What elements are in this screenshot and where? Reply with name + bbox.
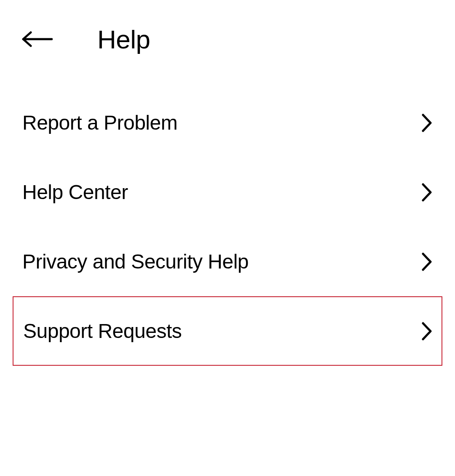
back-arrow-icon [21, 31, 53, 48]
chevron-right-icon [420, 112, 434, 134]
menu-item-label: Privacy and Security Help [22, 250, 249, 273]
menu-item-support-requests[interactable]: Support Requests [13, 296, 442, 366]
chevron-right-icon [420, 320, 434, 342]
page-title: Help [97, 24, 150, 54]
menu-item-label: Help Center [22, 181, 128, 204]
menu-list: Report a Problem Help Center Privacy and… [0, 76, 455, 366]
chevron-right-icon [420, 181, 434, 203]
menu-item-help-center[interactable]: Help Center [0, 157, 455, 227]
back-button[interactable] [21, 23, 53, 55]
menu-item-report-problem[interactable]: Report a Problem [0, 88, 455, 157]
menu-item-privacy-security[interactable]: Privacy and Security Help [0, 227, 455, 296]
menu-item-label: Report a Problem [22, 111, 177, 134]
chevron-right-icon [420, 251, 434, 273]
header: Help [0, 0, 455, 76]
menu-item-label: Support Requests [23, 319, 182, 343]
